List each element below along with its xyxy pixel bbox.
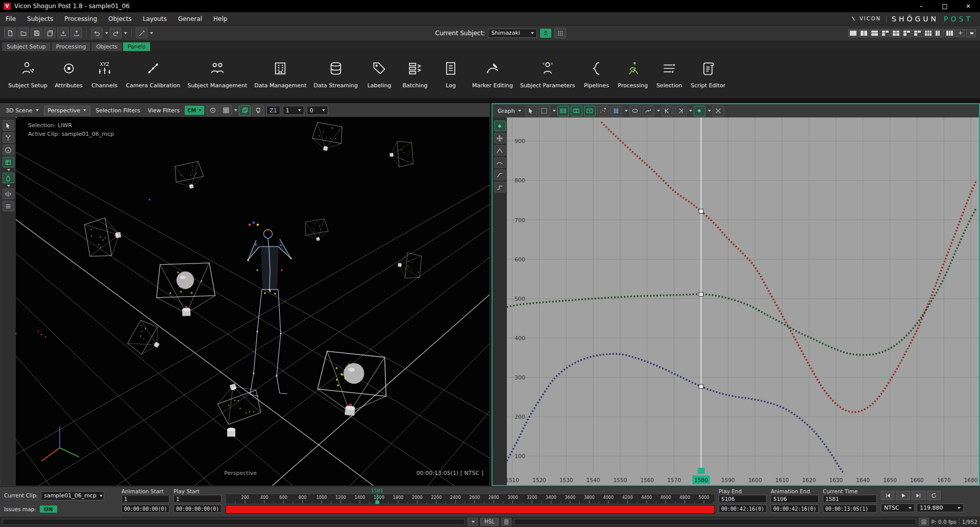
subject-person-button[interactable] bbox=[540, 29, 551, 38]
export-icon[interactable] bbox=[70, 28, 82, 38]
statusbar-dropdown-button[interactable] bbox=[468, 518, 478, 526]
menu-subjects[interactable]: Subjects bbox=[21, 12, 59, 25]
close-button[interactable]: × bbox=[957, 0, 980, 12]
selected-key[interactable] bbox=[699, 292, 703, 296]
camera-frustum[interactable] bbox=[303, 219, 329, 243]
camera-frustum[interactable] bbox=[126, 318, 166, 360]
graph-menu[interactable]: Graph bbox=[495, 108, 524, 114]
ribbon-log[interactable]: Log bbox=[436, 60, 465, 89]
timeline-scrollbar[interactable] bbox=[3, 519, 465, 525]
tangent-step-icon[interactable] bbox=[494, 182, 506, 193]
tab-processing[interactable]: Processing bbox=[52, 42, 91, 51]
menu-layouts[interactable]: Layouts bbox=[137, 12, 173, 25]
mirror-tool-icon[interactable] bbox=[3, 188, 14, 199]
prev-key-icon[interactable] bbox=[662, 106, 673, 116]
layout-menu[interactable] bbox=[966, 29, 976, 37]
ribbon-selection[interactable]: Selection bbox=[655, 60, 683, 89]
timeline-ruler[interactable]: 2004006008001000120014001600180020002200… bbox=[226, 488, 715, 504]
break-tangents-icon[interactable] bbox=[713, 106, 724, 116]
ribbon-channels[interactable]: XYZChannels bbox=[90, 60, 119, 89]
format-select[interactable]: NTSC bbox=[881, 504, 915, 512]
layout-columns[interactable] bbox=[945, 29, 954, 37]
frame-selected-icon[interactable] bbox=[584, 106, 596, 116]
tangent-smooth-icon[interactable] bbox=[494, 157, 506, 168]
circle-tool-icon[interactable] bbox=[207, 105, 218, 116]
camera-frustum[interactable] bbox=[310, 122, 344, 153]
marquee-icon[interactable] bbox=[538, 106, 550, 116]
list-tool-icon[interactable] bbox=[3, 201, 14, 211]
play-end-field[interactable]: 5106 bbox=[719, 495, 767, 503]
z-up-chip[interactable]: Z1 bbox=[266, 106, 280, 115]
key-insert-icon[interactable] bbox=[494, 121, 506, 131]
issues-map-bar[interactable] bbox=[226, 505, 715, 514]
menu-objects[interactable]: Objects bbox=[103, 12, 137, 25]
current-subject-select[interactable]: Shimazaki bbox=[488, 29, 537, 38]
group-select[interactable]: 0 bbox=[307, 106, 328, 115]
ribbon-camera-calibration[interactable]: Camera Calibration bbox=[126, 60, 181, 89]
ribbon-script-editor[interactable]: Script Editor bbox=[691, 60, 725, 89]
cm-units-chip[interactable]: CM bbox=[185, 106, 204, 115]
subject-grid-button[interactable] bbox=[554, 28, 566, 38]
move-keys-icon[interactable] bbox=[494, 133, 506, 143]
animation-end-field[interactable]: 5106 bbox=[771, 495, 819, 503]
layers-tool-icon[interactable] bbox=[239, 105, 251, 116]
maximize-button[interactable]: □ bbox=[933, 0, 957, 12]
ribbon-pipelines[interactable]: Pipelines bbox=[582, 60, 610, 89]
skip-end-button[interactable] bbox=[912, 491, 925, 500]
volume-tool-icon[interactable] bbox=[3, 157, 14, 167]
key-tool-icon[interactable] bbox=[694, 106, 705, 116]
camera-frustum[interactable] bbox=[173, 161, 206, 191]
grid-tool-icon[interactable] bbox=[220, 105, 232, 116]
ribbon-marker-editing[interactable]: Marker Editing bbox=[472, 60, 513, 89]
report-icon[interactable] bbox=[919, 518, 929, 526]
layout-split-horizontal[interactable] bbox=[870, 29, 879, 37]
select-arrow-icon[interactable] bbox=[525, 106, 537, 116]
paint-tool-icon[interactable] bbox=[3, 173, 14, 183]
ribbon-labeling[interactable]: Labeling bbox=[365, 60, 394, 89]
layout-add[interactable]: + bbox=[955, 29, 965, 37]
rate-select[interactable]: 119.880 bbox=[917, 504, 964, 512]
ribbon-attributes[interactable]: Attributes bbox=[55, 60, 83, 89]
camera-frustum[interactable] bbox=[84, 215, 124, 259]
play-button[interactable] bbox=[896, 491, 910, 500]
tangent-tool-icon[interactable] bbox=[643, 106, 654, 116]
tab-subject-setup[interactable]: Subject Setup bbox=[2, 42, 51, 51]
camera-frustum[interactable] bbox=[397, 252, 422, 280]
frame-vertical-icon[interactable] bbox=[571, 106, 582, 116]
tangent-spike-icon[interactable] bbox=[494, 145, 506, 156]
save-all-icon[interactable] bbox=[44, 28, 56, 38]
ribbon-batching[interactable]: Batching bbox=[401, 60, 429, 89]
layout-split-vertical[interactable] bbox=[859, 29, 869, 37]
select-cursor-icon[interactable] bbox=[3, 120, 14, 131]
ribbon-subject-management[interactable]: Subject Management bbox=[187, 60, 247, 89]
next-key-icon[interactable] bbox=[675, 106, 687, 116]
data-wand-icon[interactable] bbox=[136, 28, 148, 38]
minimize-button[interactable]: – bbox=[910, 0, 933, 12]
layout-main-bottom[interactable] bbox=[913, 29, 922, 37]
animation-start-field[interactable]: 1 bbox=[121, 495, 169, 503]
layout-single[interactable] bbox=[848, 29, 858, 37]
info-icon[interactable] bbox=[3, 145, 14, 155]
skeleton[interactable] bbox=[247, 222, 292, 396]
current-clip-select[interactable]: sample01_06_mcp bbox=[41, 491, 104, 500]
add-keys-icon[interactable] bbox=[597, 106, 609, 116]
scene-menu[interactable]: 3D Scene bbox=[3, 107, 41, 114]
camera-frustum[interactable] bbox=[155, 263, 216, 317]
layout-three-right[interactable] bbox=[902, 29, 912, 37]
current-frame-handle[interactable] bbox=[698, 468, 705, 474]
curve-green[interactable] bbox=[507, 208, 976, 355]
curve-chart[interactable]: 1002003004005006007008009001510152015301… bbox=[507, 117, 979, 485]
table-view-icon[interactable] bbox=[610, 106, 622, 116]
layout-main-right[interactable] bbox=[934, 29, 944, 37]
camera-frustum[interactable] bbox=[388, 140, 413, 168]
play-start-field[interactable]: 1 bbox=[174, 495, 222, 503]
frame-horizontal-icon[interactable] bbox=[557, 106, 569, 116]
menu-processing[interactable]: Processing bbox=[59, 12, 103, 25]
new-file-icon[interactable] bbox=[4, 28, 16, 38]
import-icon[interactable] bbox=[57, 28, 69, 38]
ribbon-processing[interactable]: Processing bbox=[618, 60, 648, 89]
hsl-button[interactable]: HSL bbox=[480, 518, 498, 526]
notes-icon[interactable] bbox=[501, 518, 511, 526]
layout-six[interactable] bbox=[923, 29, 933, 37]
curve-blue[interactable] bbox=[507, 354, 844, 474]
